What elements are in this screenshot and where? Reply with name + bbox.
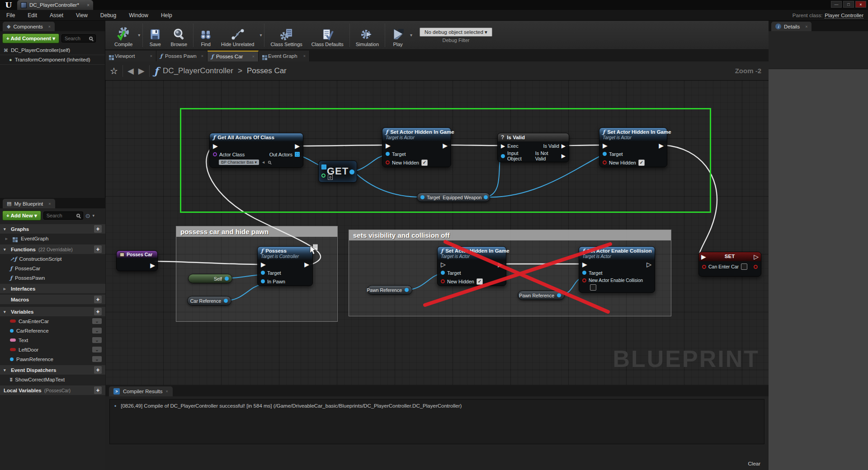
functions-section-header[interactable]: ▾ Functions (22 Overridable) + — [0, 244, 105, 254]
graph-canvas[interactable]: BLUEPRINT possess car and hide pawn sets… — [105, 80, 769, 385]
components-search[interactable] — [61, 34, 96, 42]
target-pin[interactable] — [603, 152, 607, 156]
sidebar-item-possescar[interactable]: ƒ PossesCar — [0, 263, 105, 273]
macros-section-header[interactable]: Macros + — [0, 295, 105, 304]
use-selected-icon[interactable]: ◄ — [261, 160, 265, 164]
node-get-equipped-weapon[interactable]: Target Equipped Weapon — [417, 193, 490, 202]
variable-visibility-toggle[interactable]: ⌄ — [92, 347, 102, 352]
node-is-valid[interactable]: ? Is Valid ▶ Exec Is Valid ▶ Input Objec… — [497, 133, 569, 162]
exec-out-pin[interactable]: ▶ — [150, 262, 155, 268]
menu-asset[interactable]: Asset — [43, 12, 70, 19]
close-icon[interactable]: × — [805, 24, 807, 29]
exec-in-pin[interactable]: ▶ — [261, 261, 266, 268]
node-get-self[interactable]: Self — [188, 274, 232, 283]
exec-out-pin[interactable]: ▶ — [498, 261, 503, 268]
target-in-pin[interactable] — [420, 195, 425, 199]
variable-visibility-toggle[interactable]: ⌄ — [92, 356, 102, 362]
chevron-down-icon[interactable]: ▾ — [93, 213, 95, 218]
play-button[interactable]: Play — [387, 22, 409, 49]
add-component-button[interactable]: + Add Component ▾ — [2, 33, 59, 43]
hide-unrelated-options-caret[interactable]: ▾ — [259, 33, 263, 38]
my-blueprint-search[interactable] — [43, 212, 83, 220]
tab-posses-car[interactable]: ƒ Posses Car × — [208, 51, 259, 61]
menu-debug[interactable]: Debug — [94, 12, 123, 19]
exec-in-pin[interactable]: ▶ — [603, 142, 608, 149]
bool-pin[interactable] — [386, 160, 390, 164]
menu-view[interactable]: View — [70, 12, 94, 19]
class-defaults-button[interactable]: Class Defaults — [307, 22, 348, 49]
class-pin[interactable] — [213, 152, 217, 156]
add-macro-button[interactable]: + — [94, 296, 102, 303]
exec-out-pin[interactable]: ▷ — [754, 254, 759, 260]
index-pin[interactable] — [321, 174, 326, 178]
expand-arrow-icon[interactable]: ▹ — [5, 236, 10, 241]
target-pin[interactable] — [386, 152, 390, 156]
variable-visibility-toggle[interactable]: ⌄ — [92, 318, 102, 324]
compile-options-caret[interactable]: ▾ — [137, 33, 141, 38]
graphs-section-header[interactable]: ▾ Graphs + — [0, 224, 105, 234]
tab-viewport[interactable]: Viewport × — [105, 51, 156, 61]
find-button[interactable]: Find — [195, 22, 217, 49]
can-enter-car-checkbox[interactable] — [741, 263, 747, 270]
bool-out-pin[interactable] — [754, 265, 758, 269]
browse-class-icon[interactable] — [268, 161, 271, 164]
add-variable-button[interactable]: + — [94, 308, 102, 315]
node-set-can-enter-car[interactable]: SET ▶ ▷ Can Enter Car — [698, 252, 761, 277]
visibility-filter-icon[interactable]: ⊙ — [85, 212, 90, 219]
breadcrumb-root[interactable]: DC_PlayerController — [163, 66, 233, 75]
details-tab[interactable]: i Details × — [771, 22, 811, 31]
close-icon[interactable]: × — [201, 54, 203, 58]
forward-arrow-icon[interactable]: ▶ — [138, 66, 145, 76]
car-reference-out-pin[interactable] — [224, 299, 228, 303]
tab-event-graph[interactable]: Event Graph × — [259, 51, 310, 61]
target-pin[interactable] — [441, 271, 445, 275]
pawn-reference-out-pin[interactable] — [557, 293, 561, 297]
variable-row-leftdoor[interactable]: LeftDoor ⌄ — [0, 345, 105, 354]
actor-class-dropdown[interactable]: BP Character Bas ▾ — [219, 160, 259, 165]
save-button[interactable]: Save — [144, 22, 166, 49]
node-get-pawn-reference-2[interactable]: Pawn Reference — [518, 291, 565, 300]
add-dispatcher-button[interactable]: + — [94, 366, 102, 374]
add-new-button[interactable]: + Add New ▾ — [2, 211, 41, 221]
node-get-all-actors-of-class[interactable]: ƒ Get All Actors Of Class ▶ ▶ Actor Clas… — [209, 133, 303, 168]
variable-visibility-toggle[interactable]: ⌄ — [92, 328, 102, 334]
sidebar-item-eventgraph[interactable]: ▹ EventGraph — [0, 234, 105, 243]
bool-pin[interactable] — [603, 160, 607, 164]
variable-row-pawnreference[interactable]: PawnReference ⌄ — [0, 354, 105, 364]
node-get-car-reference[interactable]: Car Reference — [187, 296, 231, 306]
exec-in-pin[interactable]: ▶ — [582, 261, 587, 268]
class-settings-button[interactable]: Class Settings — [266, 22, 307, 49]
weapon-out-pin[interactable] — [484, 195, 488, 199]
exec-out-pin[interactable]: ▶ — [659, 142, 664, 149]
compiler-results-tab[interactable]: > Compiler Results × — [109, 386, 173, 396]
menu-edit[interactable]: Edit — [21, 12, 43, 19]
back-arrow-icon[interactable]: ◀ — [127, 66, 134, 76]
compile-button[interactable]: Compile — [110, 22, 137, 49]
breadcrumb-current[interactable]: Posses Car — [247, 66, 287, 75]
maximize-button[interactable]: □ — [843, 1, 854, 8]
interfaces-section-header[interactable]: ▹ Interfaces — [0, 284, 105, 293]
array-out-pin[interactable] — [295, 152, 300, 157]
compiler-message-row[interactable]: • [0826,49] Compile of DC_PlayerControll… — [114, 403, 760, 409]
sidebar-item-possespawn[interactable]: ƒ PossesPawn — [0, 273, 105, 282]
my-blueprint-search-input[interactable] — [47, 213, 75, 218]
new-hidden-checkbox[interactable] — [638, 160, 645, 166]
new-hidden-checkbox[interactable] — [476, 278, 483, 285]
close-icon[interactable]: × — [303, 54, 306, 58]
local-variables-section-header[interactable]: Local Variables (PossesCar) + — [0, 385, 105, 395]
add-local-variable-button[interactable]: + — [94, 386, 102, 394]
favorite-star-icon[interactable]: ☆ — [110, 66, 118, 76]
close-icon[interactable]: × — [166, 389, 168, 394]
parent-class-link[interactable]: Player Controller — [825, 13, 863, 19]
variable-visibility-toggle[interactable]: ⌄ — [92, 337, 102, 343]
node-set-actor-enable-collision[interactable]: ƒ Set Actor Enable Collision Target is A… — [579, 246, 655, 293]
close-icon[interactable]: × — [87, 3, 90, 8]
components-tab[interactable]: ◆ Components × — [3, 22, 55, 31]
hide-unrelated-button[interactable]: Hide Unrelated — [217, 22, 259, 49]
add-function-button[interactable]: + — [94, 245, 102, 253]
component-row-self[interactable]: ⌘ DC_PlayerController(self) — [0, 46, 105, 55]
node-possess[interactable]: ƒ Possess Target is Controller ▶ ▶ Targe… — [257, 246, 313, 286]
exec-in-pin[interactable]: ▶ — [213, 143, 218, 149]
node-posses-car-entry[interactable]: Posses Car ▶ — [116, 250, 158, 271]
exec-out-pin[interactable]: ▷ — [646, 261, 651, 268]
